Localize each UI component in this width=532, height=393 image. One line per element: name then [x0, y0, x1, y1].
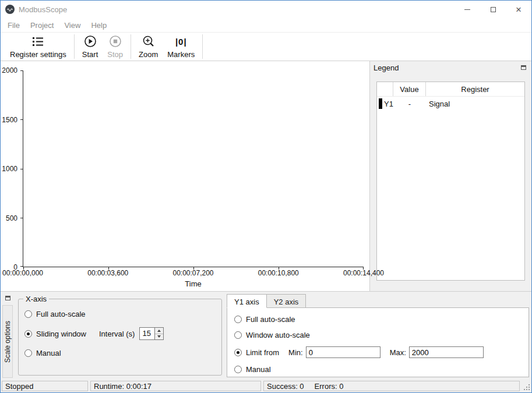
menu-project[interactable]: Project: [25, 19, 59, 31]
legend-dock-header: Legend: [370, 61, 531, 74]
start-label: Start: [82, 50, 98, 59]
markers-icon: |0|: [175, 35, 187, 48]
x-manual-option[interactable]: Manual: [24, 349, 221, 357]
y-tick: [20, 218, 23, 218]
y-tick: [20, 266, 23, 267]
y1-limit-from-label: Limit from: [246, 348, 279, 357]
scale-options-title: Scale options: [2, 305, 13, 378]
maximize-icon: [491, 7, 496, 12]
radio-unchecked-icon[interactable]: [24, 349, 32, 357]
close-icon: ×: [516, 5, 522, 15]
x-full-autoscale-label: Full auto-scale: [36, 310, 86, 318]
x-tick-label: 00:00:03,600: [87, 269, 128, 277]
start-button[interactable]: Start: [77, 34, 103, 60]
stop-label: Stop: [107, 50, 123, 59]
x-full-autoscale-option[interactable]: Full auto-scale: [24, 310, 221, 318]
legend-float-button[interactable]: [519, 63, 528, 72]
x-axis-groupbox: X-axis Full auto-scale Sliding window In…: [18, 299, 222, 376]
series-color-swatch: [379, 98, 382, 109]
y1-manual-label: Manual: [246, 365, 271, 374]
stop-icon: [109, 35, 122, 48]
y1-manual-option[interactable]: Manual: [234, 365, 529, 374]
menu-view[interactable]: View: [59, 19, 86, 31]
menu-file[interactable]: File: [2, 19, 25, 31]
y1-window-autoscale-option[interactable]: Window auto-scale: [234, 331, 529, 339]
app-icon: [5, 5, 15, 14]
legend-title: Legend: [374, 63, 519, 72]
arrow-up-icon: [157, 330, 161, 332]
y-tick-label: 1500: [2, 116, 17, 124]
interval-spinbox[interactable]: 15: [139, 327, 164, 340]
spin-up-button[interactable]: [155, 328, 163, 334]
radio-unchecked-icon[interactable]: [24, 310, 32, 318]
toolbar: Register settings Start Stop: [1, 32, 531, 61]
float-window-icon: [5, 296, 10, 300]
y-tick-label: 2000: [2, 66, 17, 75]
titlebar: ModbusScope ×: [1, 1, 531, 18]
register-settings-icon: [31, 35, 44, 48]
y1-limit-from-option[interactable]: Limit from Min: Max:: [234, 346, 529, 358]
window-title: ModbusScope: [19, 5, 67, 14]
maximize-button[interactable]: [480, 1, 506, 18]
x-sliding-window-option[interactable]: Sliding window Interval (s) 15: [24, 327, 221, 340]
markers-button[interactable]: |0| Markers: [163, 34, 199, 60]
x-tick-label: 00:00:00,000: [2, 269, 43, 277]
scale-options-float-button[interactable]: [3, 293, 12, 303]
y1-full-autoscale-option[interactable]: Full auto-scale: [234, 315, 529, 324]
spin-down-button[interactable]: [155, 334, 163, 340]
close-button[interactable]: ×: [506, 1, 531, 18]
legend-col-register: Register: [426, 82, 524, 96]
markers-label: Markers: [167, 50, 195, 59]
minimize-icon: [464, 9, 470, 10]
status-errors: Errors: 0: [315, 382, 344, 391]
status-bar: Stopped Runtime: 0:00:17 Success: 0 Erro…: [1, 380, 531, 392]
min-input[interactable]: [306, 346, 380, 358]
radio-checked-icon[interactable]: [24, 330, 32, 338]
interval-value[interactable]: 15: [140, 328, 154, 339]
y1-axis-panel: Full auto-scale Window auto-scale Limit …: [227, 307, 529, 377]
scale-options-titlebar: Scale options: [1, 292, 15, 380]
max-label: Max:: [390, 348, 406, 357]
status-counters: Success: 0 Errors: 0: [263, 381, 520, 391]
register-settings-button[interactable]: Register settings: [5, 34, 71, 60]
max-input[interactable]: [409, 346, 484, 358]
y-axis-tabbar: Y1 axis Y2 axis: [227, 294, 529, 307]
x-manual-label: Manual: [36, 349, 61, 357]
main-area: 2000 1500 1000 500 0 00:00:00,000 00:00:…: [1, 61, 531, 291]
tab-y1-axis[interactable]: Y1 axis: [227, 294, 267, 308]
radio-unchecked-icon[interactable]: [234, 316, 242, 323]
resize-grip-icon[interactable]: [524, 384, 530, 391]
toolbar-separator: [131, 34, 131, 59]
y-tick-label: 500: [6, 214, 17, 222]
y1-window-autoscale-label: Window auto-scale: [246, 331, 310, 339]
menubar: File Project View Help: [1, 18, 531, 32]
plot-area[interactable]: [23, 70, 364, 267]
x-axis-group-label: X-axis: [23, 295, 49, 303]
toolbar-separator: [74, 34, 75, 59]
y-tick: [20, 119, 23, 120]
status-runtime: Runtime: 0:00:17: [90, 381, 261, 391]
legend-row[interactable]: Y1 - Signal: [377, 97, 524, 111]
y-axis-labels: 2000 1500 1000 500 0: [1, 70, 20, 267]
x-axis-labels: 00:00:00,000 00:00:03,600 00:00:07,200 0…: [23, 269, 364, 277]
legend-row-value: -: [393, 100, 426, 108]
min-label: Min:: [288, 348, 303, 357]
legend-body: Value Register Y1 - Signal: [370, 74, 531, 291]
tab-y2-axis[interactable]: Y2 axis: [267, 294, 306, 307]
legend-dock: Legend Value Register Y1: [369, 61, 531, 291]
x-sliding-window-label: Sliding window: [36, 330, 86, 338]
radio-unchecked-icon[interactable]: [234, 366, 242, 373]
x-tick-label: 00:00:10,800: [258, 269, 299, 277]
toolbar-separator: [202, 34, 203, 59]
series-axis-label: Y1: [384, 100, 393, 108]
minimize-button[interactable]: [455, 1, 480, 18]
chart-region[interactable]: 2000 1500 1000 500 0 00:00:00,000 00:00:…: [1, 61, 369, 291]
radio-checked-icon[interactable]: [234, 349, 242, 356]
y-tick-label: 1000: [2, 165, 17, 173]
zoom-button[interactable]: Zoom: [134, 34, 163, 60]
radio-unchecked-icon[interactable]: [234, 331, 242, 339]
stop-button: Stop: [103, 34, 128, 60]
start-icon: [84, 35, 97, 48]
zoom-icon: [142, 35, 155, 48]
menu-help[interactable]: Help: [86, 19, 112, 31]
